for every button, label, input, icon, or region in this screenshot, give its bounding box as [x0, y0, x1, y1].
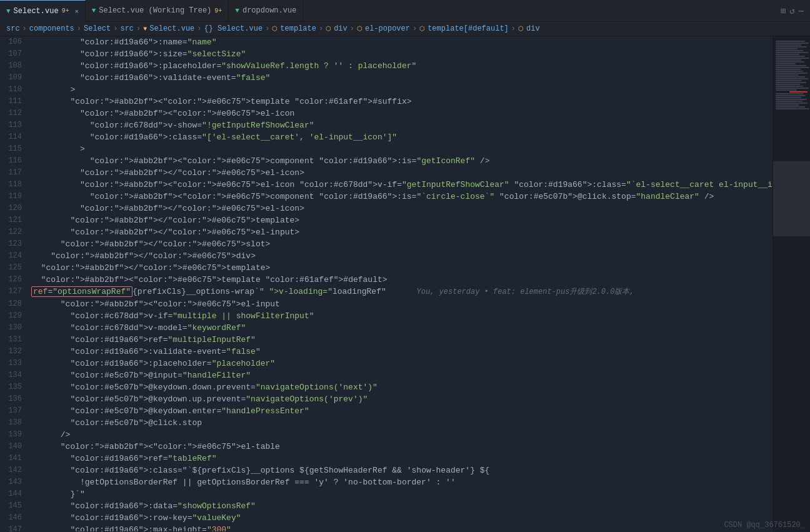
code-table: 106 "color:#d19a66">:name="name"107 "col… — [0, 36, 772, 531]
line-number: 123 — [0, 238, 28, 250]
table-row: 146 "color:#d19a66">:row-key="valueKey" — [0, 512, 772, 524]
line-code[interactable]: > — [28, 84, 772, 96]
line-number: 140 — [0, 441, 28, 453]
line-code[interactable]: "color:#d19a66">:class="['el-select__car… — [28, 131, 772, 143]
table-row: 132 "color:#d19a66">:validate-event="fal… — [0, 346, 772, 358]
table-row: 119 "color:">#abb2bf"><"color:">#e06c75"… — [0, 191, 772, 203]
bc-src2[interactable]: src — [120, 24, 134, 33]
bc-src[interactable]: src — [6, 24, 20, 33]
line-code[interactable]: > — [28, 143, 772, 155]
line-code[interactable]: "color:">#abb2bf"><"color:">#e06c75">tem… — [28, 96, 772, 108]
line-number: 113 — [0, 119, 28, 131]
line-code[interactable]: "color:#d19a66">ref="multipleInputRef" — [28, 334, 772, 346]
line-code[interactable]: "color:">#abb2bf"><"color:">#e06c75">el-… — [28, 179, 772, 191]
code-area[interactable]: 106 "color:#d19a66">:name="name"107 "col… — [0, 36, 772, 531]
line-code[interactable]: "color:">#abb2bf"><"color:">#e06c75">el-… — [28, 108, 772, 119]
line-number: 126 — [0, 274, 28, 286]
tab-select-vue[interactable]: ▼ Select.vue 9+ ✕ — [0, 0, 86, 22]
line-code[interactable]: "color:#d19a66">:name="name" — [28, 36, 772, 48]
line-code[interactable]: "color:#d19a66">:data="showOptionsRef" — [28, 500, 772, 512]
line-code[interactable]: "color:#d19a66">:placeholder="showValueR… — [28, 60, 772, 72]
line-code[interactable]: "color:">#abb2bf"><"color:">#e06c75">com… — [28, 191, 772, 203]
line-code[interactable]: !getOptionsBorderRef || getOptionsBorder… — [28, 476, 772, 488]
table-row: 133 "color:#d19a66">:placeholder="placeh… — [0, 358, 772, 369]
bc-sep-1: › — [22, 24, 27, 33]
line-code[interactable]: "color:#d19a66">:validate-event="false" — [28, 346, 772, 358]
line-code[interactable]: "color:#d19a66">:class="`${prefixCls}__o… — [28, 464, 772, 476]
table-row: 126 "color:">#abb2bf"><"color:">#e06c75"… — [0, 274, 772, 286]
line-number: 117 — [0, 167, 28, 179]
line-code[interactable]: "color:#d19a66">:size="selectSize" — [28, 48, 772, 60]
table-row: 129 "color:#c678dd">v-if="multiple || sh… — [0, 310, 772, 322]
line-code[interactable]: "color:">#abb2bf"><"color:">#e06c75">tem… — [28, 274, 772, 286]
line-code[interactable]: "color:">#abb2bf"></"color:">#e06c75">el… — [28, 167, 772, 179]
line-number: 112 — [0, 108, 28, 119]
table-row: 136 "color:#e5c07b">@keydown.up.prevent=… — [0, 393, 772, 405]
bc-sep-3: › — [113, 24, 118, 33]
line-code[interactable]: "color:#c678dd">v-model="keywordRef" — [28, 322, 772, 334]
line-code[interactable]: "color:">#abb2bf"></"color:">#e06c75">sl… — [28, 238, 772, 250]
bc-selectvue[interactable]: Select.vue — [149, 24, 194, 33]
table-row: 145 "color:#d19a66">:data="showOptionsRe… — [0, 500, 772, 512]
table-row: 112 "color:">#abb2bf"><"color:">#e06c75"… — [0, 108, 772, 119]
bc-obj[interactable]: {} Select.vue — [204, 24, 263, 33]
table-row: 131 "color:#d19a66">ref="multipleInputRe… — [0, 334, 772, 346]
line-number: 109 — [0, 72, 28, 84]
line-number: 142 — [0, 464, 28, 476]
line-number: 144 — [0, 488, 28, 500]
line-code[interactable]: "color:">#abb2bf"><"color:">#e06c75">com… — [28, 155, 772, 167]
line-code[interactable]: "color:#c678dd">v-show="!getInputRefShow… — [28, 119, 772, 131]
bc-components[interactable]: components — [29, 24, 74, 33]
line-code[interactable]: "color:#d19a66">ref="tableRef" — [28, 453, 772, 464]
line-code[interactable]: "color:#c678dd">v-if="multiple || showFi… — [28, 310, 772, 322]
table-row: 116 "color:">#abb2bf"><"color:">#e06c75"… — [0, 155, 772, 167]
split-editor-icon[interactable]: ⊞ — [781, 6, 786, 16]
line-code[interactable]: "color:">#abb2bf"></"color:">#e06c75">el… — [28, 226, 772, 238]
line-code[interactable]: "color:">#abb2bf"></"color:">#e06c75">te… — [28, 214, 772, 226]
more-icon[interactable]: ⋯ — [799, 6, 804, 16]
bc-select[interactable]: Select — [84, 24, 111, 33]
history-icon[interactable]: ↺ — [789, 6, 794, 16]
line-code[interactable]: "color:#e5c07b">@keydown.up.prevent="nav… — [28, 393, 772, 405]
tab-dropdown-vue[interactable]: ▼ dropdown.vue — [229, 0, 303, 22]
line-code[interactable]: "color:#d19a66">:max-height="300" — [28, 524, 772, 531]
line-code[interactable]: "color:">#abb2bf"></"color:">#e06c75">te… — [28, 262, 772, 274]
line-code[interactable]: "color:">#abb2bf"><"color:">#e06c75">el-… — [28, 298, 772, 310]
bc-div2[interactable]: div — [526, 24, 540, 33]
line-number: 125 — [0, 262, 28, 274]
tab-dirty-2: 9+ — [214, 8, 222, 14]
bc-template-default[interactable]: template[#default] — [428, 24, 509, 33]
line-code[interactable]: }`" — [28, 488, 772, 500]
line-code[interactable]: "color:">#abb2bf"></"color:">#e06c75">el… — [28, 203, 772, 214]
line-code[interactable]: "color:">#abb2bf"></"color:">#e06c75">di… — [28, 250, 772, 262]
table-row: 124 "color:">#abb2bf"></"color:">#e06c75… — [0, 250, 772, 262]
line-code[interactable]: "color:#d19a66">:validate-event="false" — [28, 72, 772, 84]
line-code[interactable]: "color:">#abb2bf"><"color:">#e06c75">el-… — [28, 441, 772, 453]
line-code[interactable]: "color:#e5c07b">@input="handleFilter" — [28, 369, 772, 381]
table-row: 127ref="optionsWrapRef"{prefixCls}__opti… — [0, 286, 772, 298]
line-code[interactable]: "color:#d19a66">:placeholder="placeholde… — [28, 358, 772, 369]
tab-label-1: Select.vue — [14, 7, 59, 16]
bc-elpopover[interactable]: el-popover — [365, 24, 410, 33]
line-number: 111 — [0, 96, 28, 108]
line-code[interactable]: /> — [28, 429, 772, 441]
line-code[interactable]: ref="optionsWrapRef"{prefixCls}__options… — [28, 286, 772, 298]
line-code[interactable]: "color:#d19a66">:row-key="valueKey" — [28, 512, 772, 524]
bc-sep-7: › — [319, 24, 323, 33]
bc-template[interactable]: template — [280, 24, 316, 33]
tab-select-vue-working-tree[interactable]: ▼ Select.vue (Working Tree) 9+ — [86, 0, 229, 22]
line-number: 106 — [0, 36, 28, 48]
line-number: 127 — [0, 286, 28, 298]
bc-div1[interactable]: div — [334, 24, 348, 33]
line-number: 118 — [0, 179, 28, 191]
line-code[interactable]: "color:#e5c07b">@click.stop — [28, 417, 772, 429]
table-row: 113 "color:#c678dd">v-show="!getInputRef… — [0, 119, 772, 131]
line-number: 130 — [0, 322, 28, 334]
line-code[interactable]: "color:#e5c07b">@keydown.down.prevent="n… — [28, 381, 772, 393]
table-row: 138 "color:#e5c07b">@click.stop — [0, 417, 772, 429]
line-number: 146 — [0, 512, 28, 524]
vue-icon-3: ▼ — [235, 7, 239, 14]
tab-close-1[interactable]: ✕ — [75, 8, 79, 15]
line-code[interactable]: "color:#e5c07b">@keydown.enter="handlePr… — [28, 405, 772, 417]
minimap — [772, 36, 810, 531]
